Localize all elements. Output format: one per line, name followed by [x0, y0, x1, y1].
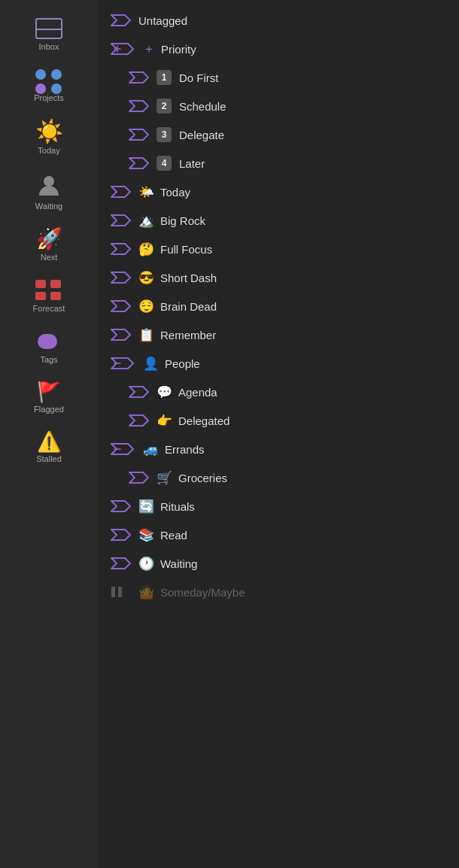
projects-icon	[35, 69, 62, 90]
tag-label-someday: Someday/Maybe	[160, 586, 245, 599]
sidebar-item-forecast[interactable]: Forecast	[0, 269, 98, 320]
sidebar-label-flagged: Flagged	[34, 405, 64, 414]
tag-item-today[interactable]: 🌤️ Today	[98, 178, 459, 206]
tag-item-rituals[interactable]: 🔄 Rituals	[98, 492, 459, 520]
tag-item-waiting[interactable]: 🕐 Waiting	[98, 549, 459, 578]
groceries-emoji: 🛒	[157, 470, 172, 486]
short-dash-emoji: 😎	[138, 270, 154, 286]
sidebar-label-inbox: Inbox	[39, 42, 59, 51]
tag-item-people[interactable]: 👤 People	[98, 349, 459, 378]
forecast-icon	[35, 280, 62, 301]
sidebar-item-inbox[interactable]: Inbox	[0, 8, 98, 59]
people-emoji: 👤	[143, 356, 159, 372]
tag-label-agenda: Agenda	[178, 386, 217, 399]
tag-arrow-remember	[110, 328, 131, 341]
tag-item-full-focus[interactable]: 🤔 Full Focus	[98, 235, 459, 263]
tag-arrow-untagged	[110, 14, 131, 27]
tags-icon	[36, 331, 62, 352]
big-rock-emoji: 🏔️	[138, 213, 154, 229]
tag-arrow-big-rock	[110, 214, 131, 227]
tag-item-groceries[interactable]: 🛒 Groceries	[98, 463, 459, 492]
tag-label-people: People	[165, 357, 200, 370]
tag-item-short-dash[interactable]: 😎 Short Dash	[98, 263, 459, 292]
tag-label-rituals: Rituals	[160, 500, 195, 513]
tag-label-big-rock: Big Rock	[160, 214, 205, 227]
waiting-emoji: 🕐	[138, 556, 154, 572]
tag-label-short-dash: Short Dash	[160, 272, 217, 284]
remember-emoji: 📋	[138, 327, 154, 343]
tag-item-delegated[interactable]: 👉 Delegated	[98, 406, 459, 435]
inbox-icon	[35, 18, 62, 39]
svg-rect-1	[38, 334, 57, 349]
badge-later: 4	[157, 156, 172, 171]
badge-delegate: 3	[157, 127, 172, 142]
sidebar-item-projects[interactable]: Projects	[0, 59, 98, 110]
tag-arrow-errands	[110, 442, 135, 456]
tag-arrow-later	[128, 156, 149, 170]
sidebar-item-tags[interactable]: Tags	[0, 320, 98, 372]
tag-arrow-delegated	[128, 414, 149, 427]
tag-arrow-short-dash	[110, 271, 131, 284]
sidebar-label-waiting: Waiting	[35, 202, 62, 211]
tag-arrow-delegate	[128, 128, 149, 141]
next-icon: 🚀	[36, 229, 62, 250]
priority-plus-button[interactable]: ＋	[143, 41, 155, 57]
tag-arrow-groceries	[128, 471, 149, 484]
waiting-icon	[36, 173, 62, 199]
tag-label-do-first: Do First	[179, 71, 219, 84]
tag-arrow-brain-dead	[110, 299, 131, 313]
flagged-icon: 🚩	[37, 382, 61, 402]
tag-item-delegate[interactable]: 3 Delegate	[98, 120, 459, 149]
tag-arrow-agenda	[128, 385, 149, 399]
badge-schedule: 2	[157, 99, 172, 114]
sidebar-item-stalled[interactable]: ⚠️ Stalled	[0, 421, 98, 471]
brain-dead-emoji: 😌	[138, 299, 154, 314]
today-icon: ☀️	[35, 120, 63, 143]
full-focus-emoji: 🤔	[138, 241, 154, 257]
tag-arrow-people	[110, 357, 135, 370]
tag-arrow-priority	[110, 42, 135, 56]
tags-list: Untagged ＋ Priority 1 Do First 2 Sched	[98, 0, 459, 868]
tag-label-priority: Priority	[161, 43, 196, 56]
tag-label-groceries: Groceries	[178, 472, 227, 484]
tag-label-waiting: Waiting	[160, 557, 197, 570]
tag-item-later[interactable]: 4 Later	[98, 149, 459, 178]
tag-arrow-rituals	[110, 499, 131, 513]
tag-arrow-full-focus	[110, 242, 131, 256]
tag-arrow-read	[110, 528, 131, 542]
stalled-icon: ⚠️	[37, 432, 61, 451]
sidebar-item-next[interactable]: 🚀 Next	[0, 218, 98, 269]
tag-arrow-schedule	[128, 99, 149, 113]
tag-item-priority[interactable]: ＋ Priority	[98, 35, 459, 63]
sidebar-item-flagged[interactable]: 🚩 Flagged	[0, 372, 98, 421]
sidebar-item-today[interactable]: ☀️ Today	[0, 110, 98, 162]
tag-item-big-rock[interactable]: 🏔️ Big Rock	[98, 206, 459, 235]
sidebar-item-waiting[interactable]: Waiting	[0, 162, 98, 218]
tag-label-full-focus: Full Focus	[160, 243, 212, 256]
tag-label-untagged: Untagged	[138, 14, 187, 27]
tag-item-remember[interactable]: 📋 Remember	[98, 320, 459, 349]
sidebar: Inbox Projects ☀️ Today Waiting 🚀 Next	[0, 0, 98, 868]
sidebar-label-tags: Tags	[40, 355, 57, 364]
tag-item-untagged[interactable]: Untagged	[98, 6, 459, 35]
tag-item-agenda[interactable]: 💬 Agenda	[98, 378, 459, 406]
tag-item-errands[interactable]: 🚙 Errands	[98, 435, 459, 463]
sidebar-label-today: Today	[38, 146, 59, 155]
tag-arrow-waiting	[110, 557, 131, 570]
sidebar-label-stalled: Stalled	[36, 454, 62, 463]
svg-rect-2	[111, 587, 115, 597]
tag-arrow-today	[110, 185, 131, 199]
badge-do-first: 1	[157, 70, 172, 85]
tag-item-schedule[interactable]: 2 Schedule	[98, 92, 459, 120]
today-emoji: 🌤️	[138, 184, 154, 200]
tag-item-someday[interactable]: 🤷 Someday/Maybe	[98, 578, 459, 606]
tag-label-schedule: Schedule	[179, 100, 226, 113]
tag-label-remember: Remember	[160, 329, 216, 341]
read-emoji: 📚	[138, 527, 154, 543]
tag-item-brain-dead[interactable]: 😌 Brain Dead	[98, 292, 459, 320]
sidebar-label-next: Next	[41, 253, 58, 262]
tag-label-today: Today	[160, 186, 190, 199]
tag-item-do-first[interactable]: 1 Do First	[98, 63, 459, 92]
tag-item-read[interactable]: 📚 Read	[98, 520, 459, 549]
tag-label-delegate: Delegate	[179, 129, 224, 141]
